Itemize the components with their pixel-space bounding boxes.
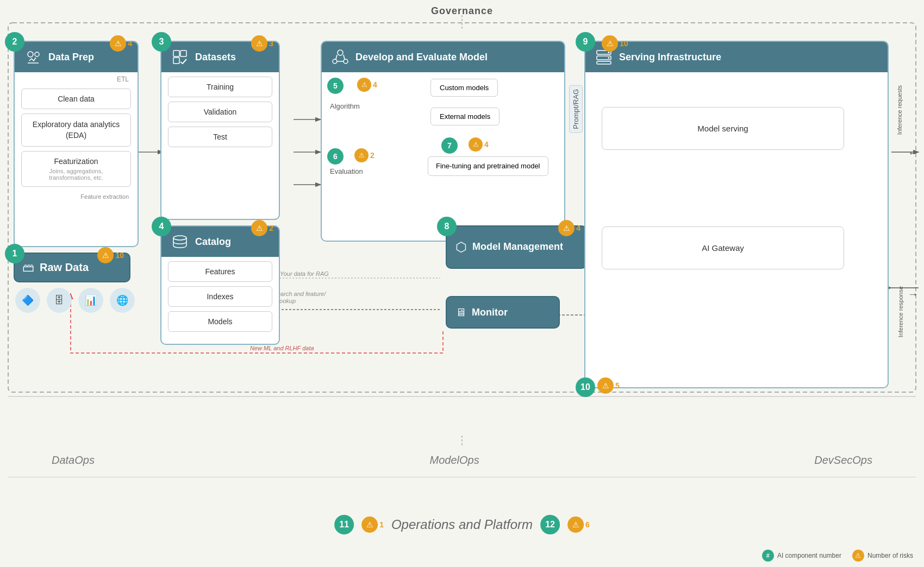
monitor-icon: 🖥 [455, 306, 466, 319]
raw-data-number: 1 [5, 244, 24, 263]
svg-point-44 [608, 52, 610, 53]
num11-badge: 11 [334, 515, 354, 534]
svg-point-29 [35, 52, 39, 56]
num10-risk-badge: ⚠ 5 [597, 377, 620, 394]
legend-component-icon: # [762, 550, 774, 562]
modelops-label: ModelOps [430, 454, 479, 467]
data-icon-3: 📊 [78, 288, 103, 313]
svg-point-28 [28, 52, 33, 57]
svg-text:Your data for RAG: Your data for RAG [280, 270, 329, 277]
datasets-risk-badge: ⚠ 3 [251, 35, 273, 52]
finetune-risk-num: 4 [484, 140, 489, 149]
serving-infra-title: Serving Infrastructure [619, 52, 721, 63]
serving-infra-risk-badge: ⚠ 10 [602, 35, 628, 52]
algorithm-label: Algorithm [330, 102, 360, 110]
svg-point-36 [333, 59, 337, 64]
svg-rect-31 [173, 51, 179, 56]
eda-item: Exploratory data analytics (EDA) [21, 114, 131, 147]
catalog-risk-num: 2 [269, 224, 273, 232]
governance-label: Governance [431, 5, 493, 17]
data-prep-number: 2 [5, 32, 24, 52]
inference-resp-arrow: → [908, 288, 919, 300]
data-icon-4: 🌐 [110, 288, 135, 313]
svg-point-35 [338, 50, 343, 55]
develop-model-box: Develop and Evaluate Model 5 Algorithm ⚠… [321, 41, 565, 242]
eval-risk-badge: ⚠ 2 [354, 148, 374, 162]
model-mgmt-number: 8 [437, 217, 457, 236]
ops-platform-row: 11 ⚠ 1 Operations and Platform 12 ⚠ 6 [334, 515, 590, 534]
serving-infra-warning-icon: ⚠ [602, 35, 618, 52]
feature-extraction-label: Feature extraction [15, 191, 138, 202]
num5-badge: 5 [327, 78, 344, 94]
finetune-warning-icon: ⚠ [469, 137, 483, 152]
monitor-title: Monitor [472, 307, 508, 318]
external-models-item: External models [430, 108, 500, 125]
serving-infra-risk-num: 10 [620, 39, 628, 48]
catalog-icon [170, 232, 190, 251]
svg-rect-33 [173, 58, 179, 64]
data-source-icons: 🔷 🗄 📊 🌐 [15, 288, 135, 313]
datasets-number: 3 [152, 32, 171, 52]
svg-rect-43 [597, 61, 611, 64]
num10-badge: 10 [576, 377, 595, 397]
ops-platform-warning2-icon: ⚠ [567, 516, 584, 533]
catalog-title: Catalog [195, 236, 231, 248]
custom-models-item: Custom models [430, 79, 498, 97]
etl-label: ETL [15, 72, 138, 84]
devsecops-label: DevSecOps [814, 454, 872, 467]
ops-platform-label: Operations and Platform [391, 517, 533, 532]
indexes-item: Indexes [168, 286, 272, 307]
datasets-risk-num: 3 [269, 39, 273, 48]
legend-component-label: AI component number [777, 552, 841, 559]
model-management-box: 8 ⚠ 4 ⬡ Model Management [446, 225, 587, 269]
features-item: Features [168, 261, 272, 282]
raw-data-risk-num: 10 [115, 251, 124, 260]
raw-data-warning-icon: ⚠ [97, 247, 114, 263]
featurization-sub: Joins, aggregations, transformations, et… [30, 168, 122, 181]
ops-platform-risk1-badge: ⚠ 1 [361, 516, 384, 533]
training-item: Training [168, 77, 272, 97]
develop-model-title: Develop and Evaluate Model [355, 52, 488, 63]
featurization-item: Featurization Joins, aggregations, trans… [21, 151, 131, 187]
data-prep-risk-badge: ⚠ 4 [110, 35, 132, 52]
model-mgmt-risk-badge: ⚠ 4 [558, 220, 580, 236]
raw-data-box: 1 ⚠ 10 🗃 Raw Data [14, 253, 130, 282]
svg-text:New ML and RLHF data: New ML and RLHF data [250, 345, 314, 351]
monitor-box: 🖥 Monitor [446, 296, 560, 329]
algo-risk-num: 4 [373, 80, 377, 89]
legend-risks: ⚠ Number of risks [852, 550, 913, 562]
model-mgmt-risk-num: 4 [576, 224, 580, 232]
models-catalog-item: Models [168, 311, 272, 332]
ops-divider [8, 477, 916, 477]
raw-data-icon: 🗃 [22, 261, 34, 275]
data-prep-warning-icon: ⚠ [110, 35, 126, 52]
datasets-box: 3 ⚠ 3 Datasets Training Validation Test [160, 41, 280, 220]
validation-item: Validation [168, 102, 272, 122]
test-item: Test [168, 127, 272, 147]
data-prep-icon [23, 47, 43, 67]
svg-point-45 [608, 57, 610, 59]
ops-platform-risk1-num: 1 [379, 520, 384, 529]
model-serving-item: Model serving [602, 107, 844, 150]
num6-badge: 6 [327, 148, 344, 165]
data-icon-2: 🗄 [47, 288, 72, 313]
eval-risk-num: 2 [370, 151, 374, 160]
algo-warning-icon: ⚠ [357, 78, 371, 92]
diagram-container: Model assets Logs Your data fo [0, 0, 924, 567]
dataops-label: DataOps [52, 454, 95, 467]
ops-platform-risk2-num: 6 [585, 520, 590, 529]
data-prep-risk-num: 4 [128, 39, 132, 48]
raw-data-risk-badge: ⚠ 10 [97, 247, 124, 263]
evaluation-label: Evaluation [330, 167, 363, 175]
inference-requests-label: Inference requests [896, 85, 903, 135]
ai-gateway-item: AI Gateway [602, 226, 844, 269]
data-prep-title: Data Prep [48, 52, 94, 63]
model-mgmt-icon: ⬡ [455, 240, 467, 255]
svg-rect-32 [180, 51, 186, 56]
inference-req-arrow: ← [908, 147, 919, 159]
svg-line-39 [344, 55, 345, 59]
num12-badge: 12 [540, 515, 560, 534]
finetune-risk-badge: ⚠ 4 [469, 137, 489, 152]
num10-risk-num: 5 [615, 381, 620, 390]
datasets-icon [170, 47, 190, 67]
